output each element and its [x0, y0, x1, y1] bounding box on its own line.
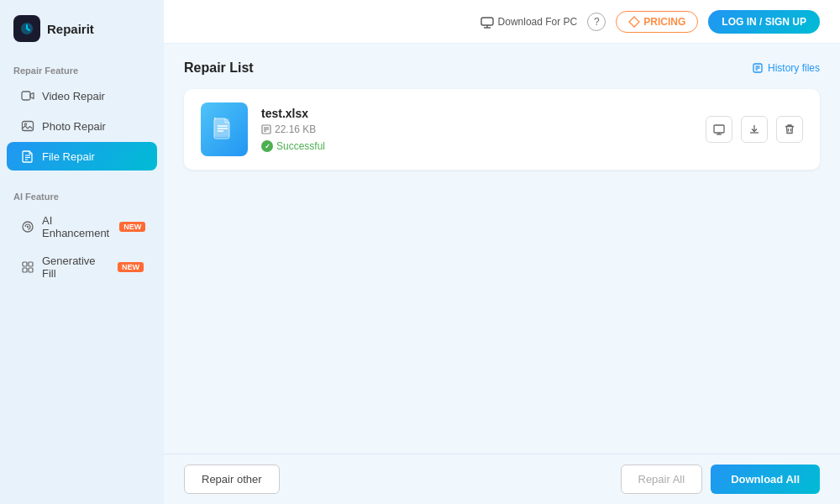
download-all-button[interactable]: Download All	[711, 465, 820, 494]
download-button[interactable]	[741, 116, 768, 143]
sidebar-item-file-repair[interactable]: File Repair	[7, 142, 157, 171]
repair-all-label: Repair All	[638, 473, 685, 486]
file-info: test.xlsx 22.16 KB Successful	[261, 107, 692, 152]
preview-button[interactable]	[706, 116, 732, 143]
sidebar-item-photo-repair-label: Photo Repair	[42, 120, 106, 133]
pricing-button[interactable]: PRICING	[616, 11, 698, 33]
pricing-label: PRICING	[643, 16, 685, 28]
sidebar-item-generative-fill[interactable]: Generative Fill NEW	[7, 248, 157, 286]
file-card: test.xlsx 22.16 KB Successful	[184, 89, 820, 170]
history-files-button[interactable]: History files	[752, 62, 820, 74]
bottombar: Repair other Repair All Download All	[164, 454, 840, 504]
repair-all-button[interactable]: Repair All	[621, 465, 703, 494]
download-for-pc-label: Download For PC	[498, 16, 578, 28]
generative-fill-badge: NEW	[118, 262, 144, 272]
file-thumbnail	[201, 102, 248, 156]
ai-enhancement-icon	[20, 219, 35, 234]
svg-rect-12	[481, 18, 493, 25]
sidebar-item-ai-enhancement[interactable]: AI Enhancement NEW	[7, 207, 157, 246]
sidebar-item-generative-fill-label: Generative Fill	[42, 255, 108, 280]
file-status: Successful	[261, 140, 692, 152]
svg-rect-27	[714, 125, 724, 133]
history-files-label: History files	[768, 62, 820, 74]
file-name: test.xlsx	[261, 107, 692, 120]
app-logo-text: Repairit	[47, 22, 94, 36]
file-status-label: Successful	[276, 140, 325, 152]
sidebar-item-video-repair-label: Video Repair	[42, 90, 105, 102]
video-repair-icon	[20, 88, 35, 103]
ai-enhancement-badge: NEW	[119, 222, 145, 232]
svg-point-2	[24, 123, 26, 125]
file-repair-icon	[20, 149, 35, 164]
sidebar-item-file-repair-label: File Repair	[42, 150, 95, 163]
generative-fill-icon	[20, 260, 35, 275]
repair-feature-label: Repair Feature	[0, 59, 164, 81]
sidebar: Repairit Repair Feature Video Repair Pho…	[0, 0, 164, 504]
main-content: Download For PC ? PRICING LOG IN / SIGN …	[164, 0, 840, 504]
delete-button[interactable]	[776, 116, 803, 143]
repair-other-label: Repair other	[202, 473, 262, 486]
svg-rect-10	[23, 268, 27, 272]
file-size-value: 22.16 KB	[275, 123, 316, 135]
bottom-right-actions: Repair All Download All	[621, 465, 821, 494]
sidebar-item-video-repair[interactable]: Video Repair	[7, 81, 157, 110]
svg-rect-1	[23, 122, 34, 131]
topbar: Download For PC ? PRICING LOG IN / SIGN …	[164, 0, 840, 44]
login-label: LOG IN / SIGN UP	[722, 16, 806, 28]
sidebar-item-photo-repair[interactable]: Photo Repair	[7, 112, 157, 140]
svg-point-7	[27, 226, 29, 228]
content-area: Repair List History files	[164, 44, 840, 454]
repair-list-title: Repair List	[184, 60, 254, 76]
svg-rect-9	[29, 262, 33, 266]
photo-repair-icon	[20, 118, 35, 134]
file-actions	[706, 116, 803, 143]
app-logo-icon	[13, 15, 40, 42]
svg-rect-11	[29, 268, 33, 272]
sidebar-item-ai-enhancement-label: AI Enhancement	[42, 214, 109, 239]
status-success-icon	[261, 140, 273, 152]
svg-rect-8	[23, 262, 27, 266]
file-size: 22.16 KB	[261, 123, 692, 135]
login-button[interactable]: LOG IN / SIGN UP	[708, 10, 820, 34]
repair-list-header: Repair List History files	[184, 60, 820, 76]
ai-feature-label: AI Feature	[0, 185, 164, 207]
help-icon[interactable]: ?	[587, 13, 606, 31]
logo-area: Repairit	[0, 0, 164, 59]
svg-rect-0	[22, 92, 30, 100]
repair-other-button[interactable]: Repair other	[184, 465, 280, 494]
download-for-pc-btn[interactable]: Download For PC	[480, 15, 578, 29]
download-all-label: Download All	[731, 473, 800, 486]
